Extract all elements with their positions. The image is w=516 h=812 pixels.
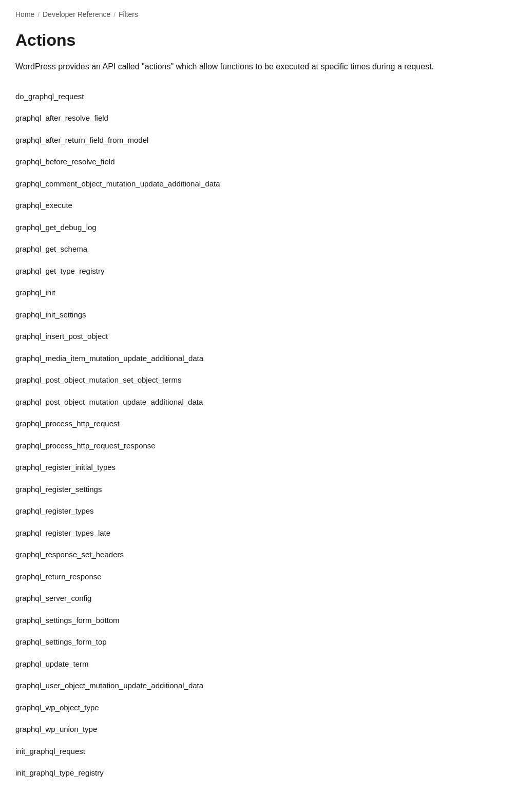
actions-list: do_graphql_requestgraphql_after_resolve_…: [15, 86, 501, 784]
action-link[interactable]: graphql_process_http_request_response: [15, 441, 156, 450]
action-link[interactable]: graphql_after_return_field_from_model: [15, 136, 148, 144]
list-item: graphql_process_http_request: [15, 413, 501, 435]
action-link[interactable]: graphql_get_debug_log: [15, 223, 97, 232]
action-link[interactable]: graphql_post_object_mutation_update_addi…: [15, 398, 203, 406]
breadcrumb-link[interactable]: Developer Reference: [43, 10, 110, 18]
action-link[interactable]: graphql_after_resolve_field: [15, 114, 108, 122]
action-link[interactable]: graphql_init_settings: [15, 310, 86, 319]
list-item: graphql_insert_post_object: [15, 326, 501, 348]
action-link[interactable]: graphql_post_object_mutation_set_object_…: [15, 375, 182, 384]
action-link[interactable]: graphql_get_type_registry: [15, 267, 104, 275]
action-link[interactable]: graphql_settings_form_top: [15, 637, 107, 646]
list-item: graphql_init_settings: [15, 304, 501, 326]
page-description: WordPress provides an API called "action…: [15, 60, 501, 73]
breadcrumb-link[interactable]: Home: [15, 10, 34, 18]
list-item: do_graphql_request: [15, 86, 501, 108]
list-item: graphql_get_type_registry: [15, 260, 501, 282]
list-item: graphql_server_config: [15, 588, 501, 610]
list-item: graphql_media_item_mutation_update_addit…: [15, 348, 501, 370]
action-link[interactable]: graphql_response_set_headers: [15, 550, 124, 559]
list-item: graphql_register_types_late: [15, 522, 501, 544]
action-link[interactable]: graphql_init: [15, 288, 55, 297]
list-item: graphql_init: [15, 282, 501, 304]
list-item: graphql_settings_form_top: [15, 631, 501, 653]
breadcrumb: Home/Developer Reference/Filters: [15, 10, 501, 18]
breadcrumb-separator: /: [37, 11, 40, 18]
action-link[interactable]: graphql_register_types_late: [15, 528, 110, 537]
list-item: graphql_get_schema: [15, 238, 501, 260]
breadcrumb-separator: /: [113, 11, 116, 18]
action-link[interactable]: do_graphql_request: [15, 92, 84, 101]
list-item: graphql_post_object_mutation_update_addi…: [15, 391, 501, 413]
list-item: graphql_settings_form_bottom: [15, 610, 501, 632]
action-link[interactable]: graphql_execute: [15, 201, 72, 210]
list-item: graphql_wp_object_type: [15, 697, 501, 719]
action-link[interactable]: graphql_register_initial_types: [15, 463, 116, 471]
list-item: graphql_wp_union_type: [15, 719, 501, 741]
action-link[interactable]: graphql_media_item_mutation_update_addit…: [15, 354, 203, 363]
action-link[interactable]: graphql_get_schema: [15, 244, 87, 253]
list-item: graphql_user_object_mutation_update_addi…: [15, 675, 501, 697]
list-item: graphql_register_types: [15, 500, 501, 522]
action-link[interactable]: graphql_wp_object_type: [15, 703, 99, 712]
action-link[interactable]: graphql_update_term: [15, 659, 89, 668]
list-item: graphql_register_settings: [15, 479, 501, 501]
list-item: graphql_register_initial_types: [15, 457, 501, 479]
list-item: graphql_before_resolve_field: [15, 151, 501, 173]
breadcrumb-link[interactable]: Filters: [119, 10, 138, 18]
list-item: graphql_post_object_mutation_set_object_…: [15, 369, 501, 391]
action-link[interactable]: graphql_insert_post_object: [15, 332, 108, 341]
action-link[interactable]: graphql_process_http_request: [15, 419, 120, 428]
action-link[interactable]: graphql_return_response: [15, 572, 102, 581]
list-item: graphql_comment_object_mutation_update_a…: [15, 173, 501, 195]
list-item: graphql_return_response: [15, 566, 501, 588]
action-link[interactable]: graphql_register_types: [15, 506, 94, 515]
list-item: graphql_process_http_request_response: [15, 435, 501, 457]
action-link[interactable]: graphql_settings_form_bottom: [15, 616, 120, 625]
action-link[interactable]: graphql_wp_union_type: [15, 725, 97, 733]
action-link[interactable]: graphql_register_settings: [15, 485, 102, 494]
list-item: graphql_after_return_field_from_model: [15, 129, 501, 152]
list-item: graphql_response_set_headers: [15, 544, 501, 566]
list-item: init_graphql_request: [15, 741, 501, 763]
list-item: init_graphql_type_registry: [15, 762, 501, 784]
list-item: graphql_update_term: [15, 653, 501, 675]
action-link[interactable]: graphql_user_object_mutation_update_addi…: [15, 681, 203, 690]
action-link[interactable]: init_graphql_request: [15, 747, 85, 756]
action-link[interactable]: graphql_before_resolve_field: [15, 157, 114, 166]
action-link[interactable]: graphql_comment_object_mutation_update_a…: [15, 179, 220, 188]
action-link[interactable]: graphql_server_config: [15, 594, 91, 602]
action-link[interactable]: init_graphql_type_registry: [15, 768, 104, 777]
list-item: graphql_execute: [15, 195, 501, 217]
page-title: Actions: [15, 31, 501, 50]
list-item: graphql_get_debug_log: [15, 217, 501, 239]
list-item: graphql_after_resolve_field: [15, 107, 501, 129]
